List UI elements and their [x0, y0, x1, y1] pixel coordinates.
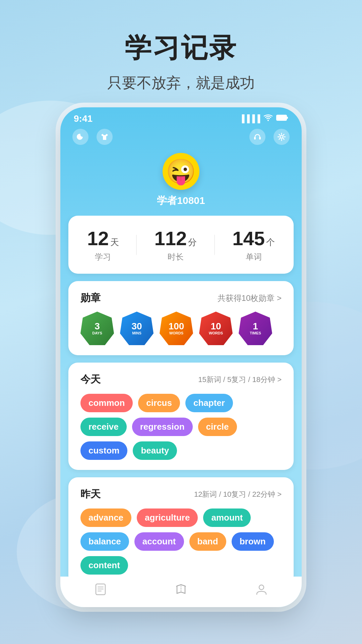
- badge-30mins: 30 MINS: [120, 312, 154, 345]
- yesterday-stats[interactable]: 12新词 / 10复习 / 22分钟 >: [194, 489, 282, 499]
- stat-days: 12 天 学习: [87, 227, 119, 262]
- tag-receive[interactable]: receive: [80, 418, 127, 436]
- today-word-tags: common circus chapter receive regression…: [80, 394, 282, 460]
- badge-3days: 3 DAYS: [80, 312, 114, 345]
- nav-right: [249, 129, 290, 145]
- badge-10words: 10 WORDS: [199, 312, 233, 345]
- page-subtitle: 只要不放弃，就是成功: [0, 73, 362, 93]
- stat-days-unit: 天: [110, 236, 119, 248]
- tag-advance[interactable]: advance: [80, 508, 131, 527]
- cards-area[interactable]: 12 天 学习 112 分 时长 145 个: [60, 216, 302, 577]
- username: 学者10801: [157, 194, 205, 208]
- stat-minutes-number: 112: [154, 227, 187, 250]
- stat-minutes-label: 时长: [168, 252, 184, 262]
- wifi-icon: [263, 114, 273, 123]
- books-tab-icon: [174, 583, 188, 599]
- tag-brown[interactable]: brown: [232, 532, 274, 551]
- nav-left: [72, 129, 113, 145]
- stat-words-label: 单词: [246, 252, 262, 262]
- tag-circle[interactable]: circle: [198, 418, 237, 436]
- study-tab-icon: [94, 583, 107, 599]
- tag-circus[interactable]: circus: [138, 394, 180, 412]
- status-time: 9:41: [74, 113, 93, 124]
- tag-balance[interactable]: balance: [80, 532, 129, 551]
- stat-words-number: 145: [232, 227, 265, 250]
- stat-words-unit: 个: [266, 236, 275, 248]
- stat-words: 145 个 单词: [232, 227, 275, 262]
- svg-point-5: [280, 136, 283, 138]
- profile-tab-icon: [255, 583, 268, 599]
- svg-rect-3: [254, 137, 256, 140]
- headset-icon[interactable]: [249, 129, 265, 145]
- nav-tab-profile[interactable]: [255, 583, 268, 599]
- yesterday-card: 昨天 12新词 / 10复习 / 22分钟 > advance agricult…: [68, 477, 294, 577]
- svg-point-10: [259, 585, 264, 590]
- nav-tab-books[interactable]: [174, 583, 188, 599]
- today-card: 今天 15新词 / 5复习 / 18分钟 > common circus cha…: [68, 363, 294, 470]
- battery-icon: [276, 114, 288, 123]
- badge-row: 3 DAYS 30 MINS 100 WORDS 10 WORDS: [80, 312, 282, 345]
- svg-rect-2: [287, 117, 288, 119]
- yesterday-title: 昨天: [80, 487, 101, 501]
- tag-beauty[interactable]: beauty: [133, 441, 177, 460]
- tag-regression[interactable]: regression: [132, 418, 193, 436]
- tag-content[interactable]: content: [80, 556, 128, 575]
- yesterday-header: 昨天 12新词 / 10复习 / 22分钟 >: [80, 487, 282, 501]
- page-title: 学习记录: [0, 30, 362, 66]
- yesterday-word-tags: advance agriculture amount balance accou…: [80, 508, 282, 575]
- settings-icon[interactable]: [274, 129, 290, 145]
- tag-common[interactable]: common: [80, 394, 133, 412]
- tag-agriculture[interactable]: agriculture: [137, 508, 198, 527]
- badge-1times: 1 TIMES: [239, 312, 272, 345]
- stat-days-number: 12: [87, 227, 109, 250]
- status-bar: 9:41 ▐▐▐▐: [60, 107, 302, 124]
- stat-minutes: 112 分 时长: [154, 227, 197, 262]
- phone-inner: 9:41 ▐▐▐▐: [60, 107, 302, 607]
- badge-title: 勋章: [80, 291, 101, 305]
- badge-link[interactable]: 共获得10枚勋章 >: [218, 293, 282, 304]
- phone-mockup: 9:41 ▐▐▐▐: [60, 107, 302, 607]
- badge-card-header: 勋章 共获得10枚勋章 >: [80, 291, 282, 305]
- svg-rect-1: [277, 115, 287, 120]
- tag-chapter[interactable]: chapter: [185, 394, 233, 412]
- tag-band[interactable]: band: [189, 532, 226, 551]
- top-navigation: [60, 124, 302, 150]
- stat-days-label: 学习: [95, 252, 111, 262]
- avatar-section: 😜 学者10801: [157, 153, 205, 208]
- clothes-icon[interactable]: [97, 129, 113, 145]
- status-icons: ▐▐▐▐: [239, 114, 288, 123]
- today-title: 今天: [80, 373, 101, 386]
- badge-100words: 100 WORDS: [160, 312, 193, 345]
- bottom-navigation: [60, 577, 302, 607]
- tag-amount[interactable]: amount: [203, 508, 251, 527]
- svg-rect-4: [259, 137, 261, 140]
- nav-tab-study[interactable]: [94, 583, 107, 599]
- stat-divider-2: [214, 235, 215, 255]
- signal-icon: ▐▐▐▐: [239, 114, 260, 123]
- tag-custom[interactable]: custom: [80, 441, 127, 460]
- stat-divider-1: [136, 235, 137, 255]
- page-header: 学习记录 只要不放弃，就是成功: [0, 0, 362, 93]
- avatar[interactable]: 😜: [163, 153, 199, 190]
- moon-icon[interactable]: [72, 129, 88, 145]
- stats-card: 12 天 学习 112 分 时长 145 个: [68, 216, 294, 274]
- today-stats[interactable]: 15新词 / 5复习 / 18分钟 >: [198, 375, 282, 385]
- today-header: 今天 15新词 / 5复习 / 18分钟 >: [80, 373, 282, 386]
- tag-account[interactable]: account: [134, 532, 184, 551]
- svg-point-0: [267, 120, 269, 121]
- stat-minutes-unit: 分: [188, 236, 197, 248]
- badge-card: 勋章 共获得10枚勋章 > 3 DAYS 30 MINS 100 WORDS: [68, 281, 294, 355]
